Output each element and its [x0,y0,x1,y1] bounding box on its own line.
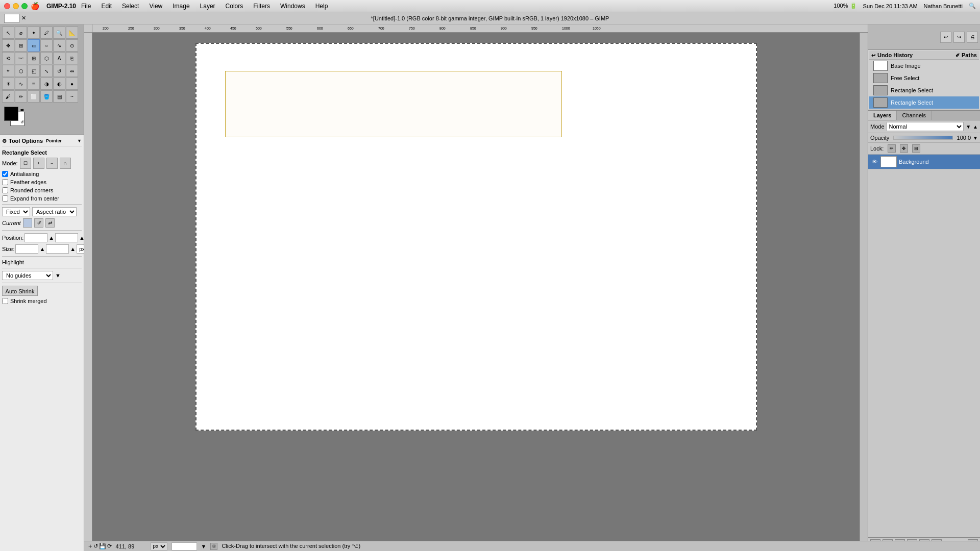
position-y-input[interactable]: 83 [55,233,78,242]
tool-color-picker[interactable]: 🖊 [40,27,53,39]
status-revert-icon[interactable]: ⟳ [107,543,112,549]
guides-dropdown[interactable]: No guides [2,271,53,280]
status-restore-icon[interactable]: ↺ [93,543,98,549]
tool-eraser[interactable]: ⬜ [28,90,40,103]
lock-alpha-icon[interactable]: ⊞ [912,144,920,153]
opacity-slider[interactable] [893,136,952,140]
rounded-corners-checkbox[interactable] [2,187,8,193]
search-icon[interactable]: 🔍 [969,3,976,9]
paths-tab[interactable]: ✐ Paths [953,51,979,59]
menu-filters[interactable]: Filters [251,2,272,11]
status-unit-select[interactable]: px [151,542,167,550]
tool-perspective[interactable]: ⬡ [15,65,27,77]
canvas-area[interactable] [92,33,860,543]
tool-hue[interactable]: ◑ [40,78,53,90]
print-btn[interactable]: 🖨 [967,32,978,43]
undo-btn[interactable]: ↩ [940,32,951,43]
guides-expand-icon[interactable]: ▼ [55,272,61,279]
expand-icon[interactable]: ▼ [77,138,82,143]
swap-colors-icon[interactable]: ⇄ [20,108,24,112]
navigation-icon[interactable]: ⊞ [210,543,217,550]
close-tab-icon[interactable]: ✕ [21,15,26,21]
tool-brightness[interactable]: ☀ [2,78,14,90]
aspect-dropdown[interactable]: Aspect ratio [32,207,77,216]
history-item-base[interactable]: Base Image [869,60,979,72]
tool-gradient[interactable]: ▤ [53,90,65,103]
size-width-input[interactable]: 258 [15,244,38,254]
lock-pixels-icon[interactable]: ✏ [888,144,896,153]
tool-fuzzy-select[interactable]: ✦ [28,27,40,39]
history-item-free[interactable]: Free Select [869,72,979,84]
tool-ellipse-select[interactable]: ○ [40,39,53,52]
menu-layer[interactable]: Layer [198,2,217,11]
menu-select[interactable]: Select [120,2,141,11]
status-new-icon[interactable]: + [88,542,92,550]
foreground-color[interactable] [4,107,18,121]
feather-checkbox[interactable] [2,179,8,185]
tool-paint[interactable]: 🖌 [2,90,14,103]
tool-rect-select[interactable]: ▭ [28,39,40,52]
menu-help[interactable]: Help [313,2,330,11]
menu-file[interactable]: File [79,2,93,11]
tool-measure[interactable]: 📐 [66,27,78,39]
tool-fuzzy2[interactable]: ⊙ [66,39,78,52]
mode-replace[interactable]: ☐ [20,158,31,169]
tool-free-select[interactable]: ⌀ [15,27,27,39]
layers-mode-up-icon[interactable]: ▲ [973,124,978,130]
layers-mode-down-icon[interactable]: ▼ [966,124,971,130]
tool-smudge[interactable]: ~ [66,90,78,103]
expand-from-center-checkbox[interactable] [2,195,8,202]
tool-pointer[interactable]: ↖ [2,27,14,39]
menu-edit[interactable]: Edit [99,2,114,11]
menu-colors[interactable]: Colors [224,2,246,11]
current-reset-icon[interactable]: ↺ [34,218,43,228]
spinner-up-h[interactable]: ▲ [70,246,76,252]
current-swap-icon[interactable]: ⇄ [45,218,55,228]
tool-dodge[interactable]: ◐ [53,78,65,90]
tab-channels[interactable]: Channels [897,111,931,120]
tool-flip[interactable]: ⇔ [66,65,78,77]
status-export-icon[interactable]: 💾 [99,543,106,549]
tool-burn[interactable]: ● [66,78,78,90]
spinner-up-x[interactable]: ▲ [48,235,54,241]
spinner-up-w[interactable]: ▲ [39,246,45,252]
tool-move[interactable]: ✥ [2,39,14,52]
mode-intersect[interactable]: ∩ [60,158,71,169]
tool-fill[interactable]: 🪣 [40,90,53,103]
tool-clone[interactable]: ⎘ [66,52,78,64]
auto-shrink-button[interactable]: Auto Shrink [2,286,38,296]
foreground-color-swatch[interactable] [4,14,19,23]
tool-text[interactable]: A [53,52,65,64]
history-item-rect1[interactable]: Rectangle Select [869,84,979,96]
opacity-down-icon[interactable]: ▼ [973,135,978,141]
layer-visibility-icon[interactable]: 👁 [870,158,878,166]
tab-layers[interactable]: Layers [868,111,897,120]
tool-levels[interactable]: ≡ [28,78,40,90]
tool-rotate[interactable]: ↺ [53,65,65,77]
size-unit-select[interactable]: px [77,244,84,254]
tool-heal[interactable]: ⌖ [2,65,14,77]
tool-free-select2[interactable]: ∿ [53,39,65,52]
history-item-rect2[interactable]: Rectangle Select [869,96,979,109]
undo-history-tab[interactable]: ↩ Undo History [869,51,915,59]
fixed-dropdown[interactable]: Fixed [2,207,30,216]
redo-btn[interactable]: ↪ [953,32,965,43]
tool-warp[interactable]: 〰 [15,52,27,64]
tool-align[interactable]: ⊞ [15,39,27,52]
tool-pencil[interactable]: ✏ [15,90,27,103]
antialiasing-checkbox[interactable] [2,171,8,177]
layer-background[interactable]: 👁 Background [868,155,980,169]
menu-windows[interactable]: Windows [278,2,307,11]
tool-scale[interactable]: ⤡ [40,65,53,77]
menu-view[interactable]: View [147,2,164,11]
shrink-merged-checkbox[interactable] [2,298,8,304]
position-x-input[interactable]: 264 [24,233,47,242]
apple-menu[interactable]: 🍎 [31,2,39,10]
layers-mode-select[interactable]: Normal [887,122,964,131]
lock-position-icon[interactable]: ✥ [900,144,908,153]
maximize-button[interactable] [21,3,28,9]
tool-transform[interactable]: ⟲ [2,52,14,64]
tool-handle[interactable]: ⬡ [40,52,53,64]
size-height-input[interactable]: 229 [46,244,69,254]
mode-add[interactable]: + [33,158,44,169]
